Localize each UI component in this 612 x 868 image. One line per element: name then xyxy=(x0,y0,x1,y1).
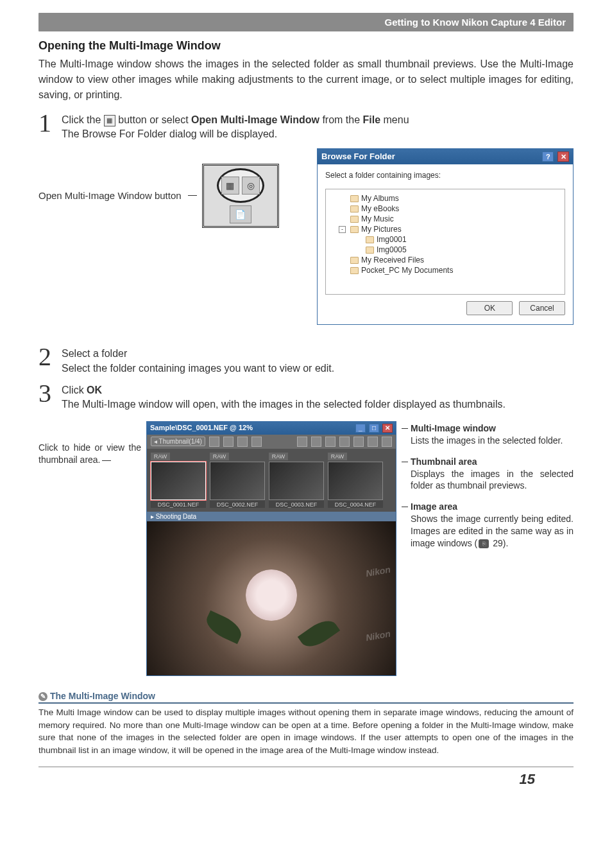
calendar-icon[interactable] xyxy=(297,437,307,447)
minimize-button[interactable]: _ xyxy=(355,424,366,433)
ok-button[interactable]: OK xyxy=(466,301,513,315)
cancel-button[interactable]: Cancel xyxy=(519,301,565,315)
camera-toolbar-button[interactable]: ◎ xyxy=(242,177,260,195)
step-2-number: 2 xyxy=(38,344,56,370)
page-link-icon: ⎘ xyxy=(479,539,489,548)
multi-image-toolbar-button[interactable]: ▦ xyxy=(221,177,239,195)
pencil-icon: ✎ xyxy=(38,692,47,701)
folder-icon xyxy=(350,205,359,213)
tree-item[interactable]: My Received Files xyxy=(328,255,562,265)
thumbnail-image xyxy=(210,462,265,500)
tip-heading: ✎The Multi-Image Window xyxy=(38,691,574,704)
intro-paragraph: The Multi-Image window shows the images … xyxy=(38,56,574,103)
callout-line xyxy=(188,195,197,196)
image-area: Nikon Nikon xyxy=(147,521,396,675)
zoom-fit-icon[interactable] xyxy=(339,437,350,447)
step-3-bold: OK xyxy=(87,385,102,395)
tree-item-label: Img0001 xyxy=(377,235,407,244)
dialog-title: Browse For Folder xyxy=(321,152,395,162)
zoom-in-icon[interactable] xyxy=(353,437,364,447)
multi-image-figure: Click to hide or view the thumbnail area… xyxy=(38,421,574,676)
delete-icon[interactable] xyxy=(251,437,262,447)
section-heading: Opening the Multi-Image Window xyxy=(38,39,574,53)
thumbnail[interactable]: RAW DSC_0002.NEF xyxy=(210,453,265,508)
thumbnail[interactable]: RAW DSC_0004.NEF xyxy=(328,453,383,508)
shooting-data-bar[interactable]: ▸ Shooting Data xyxy=(147,512,396,521)
tree-collapse-icon[interactable]: - xyxy=(339,226,346,233)
folder-icon xyxy=(350,267,359,274)
folder-icon xyxy=(366,247,374,254)
step-1-title-mid2: from the xyxy=(319,114,363,125)
tree-item[interactable]: My Albums xyxy=(328,193,562,204)
thumbnail-name: DSC_0003.NEF xyxy=(269,500,324,508)
prev-icon[interactable] xyxy=(223,437,234,447)
maximize-button[interactable]: □ xyxy=(369,424,379,433)
folder-icon xyxy=(350,216,359,223)
callout-line xyxy=(102,460,111,461)
mi-titlebar: Sample\DSC_0001.NEF @ 12% _ □ ✕ xyxy=(147,422,396,435)
thumbnail[interactable]: RAW DSC_0001.NEF xyxy=(151,453,206,508)
dialog-instruction: Select a folder containing images: xyxy=(325,171,565,180)
step-3-desc: The Multi-Image window will open, with t… xyxy=(62,397,574,412)
page-number: 15 xyxy=(38,767,574,788)
tree-item-label: My Pictures xyxy=(361,225,402,234)
tree-item[interactable]: Img0001 xyxy=(328,234,562,245)
tree-item-label: My eBooks xyxy=(361,204,399,213)
thumbnail-name: DSC_0001.NEF xyxy=(151,500,206,508)
folder-icon xyxy=(350,257,359,264)
thumbnail-image xyxy=(151,462,206,500)
next-icon[interactable] xyxy=(237,437,248,447)
thumbnail-image xyxy=(328,462,383,500)
tip-section: ✎The Multi-Image Window The Multi Image … xyxy=(38,690,574,757)
multi-image-window: Sample\DSC_0001.NEF @ 12% _ □ ✕ ◂ Thumbn… xyxy=(146,421,396,676)
step-2: 2 Select a folder Select the folder cont… xyxy=(38,344,574,376)
step-2-desc: Select the folder containing images you … xyxy=(62,361,574,376)
step-2-title: Select a folder xyxy=(62,347,574,361)
raw-badge: RAW xyxy=(151,453,170,460)
close-button[interactable]: ✕ xyxy=(382,424,393,433)
info-icon[interactable] xyxy=(382,437,392,447)
thumbnail-toggle-button[interactable]: ◂ Thumbnail(1/4) xyxy=(151,437,205,446)
annotation-multi-image-window: Multi-Image window Lists the images in t… xyxy=(402,422,574,447)
step-3-title-pre: Click xyxy=(62,385,87,395)
annotation-title: Image area xyxy=(411,501,574,513)
tip-body: The Multi Image window can be used to di… xyxy=(38,706,574,756)
step-1-title-mid: button or select xyxy=(115,114,191,125)
step-1-bold1: Open Multi-Image Window xyxy=(191,114,319,125)
tree-item[interactable]: Pocket_PC My Documents xyxy=(328,265,562,275)
tree-item-label: Img0005 xyxy=(377,245,407,254)
step-3-number: 3 xyxy=(38,381,56,406)
step-1-number: 1 xyxy=(38,110,56,136)
annotation-desc: Shows the image currently being edited. … xyxy=(411,513,574,550)
annotation-thumbnail-area: Thumbnail area Displays the images in th… xyxy=(402,456,574,492)
shooting-data-label: Shooting Data xyxy=(156,513,196,520)
crop-icon[interactable] xyxy=(311,437,321,447)
folder-tree[interactable]: My Albums My eBooks My Music -My Picture… xyxy=(325,189,565,295)
page-header-bar: Getting to Know Nikon Capture 4 Editor xyxy=(38,13,574,31)
nikon-watermark: Nikon xyxy=(365,629,391,643)
thumbnail[interactable]: RAW DSC_0003.NEF xyxy=(269,453,324,508)
flower-shape xyxy=(226,563,316,640)
step-1-bold2: File xyxy=(363,114,381,125)
raw-badge: RAW xyxy=(210,453,229,460)
raw-badge: RAW xyxy=(328,453,347,460)
fullscreen-icon[interactable] xyxy=(368,437,378,447)
thumbnail-name: DSC_0002.NEF xyxy=(210,500,265,508)
tree-item-label: My Music xyxy=(361,214,394,223)
nikon-watermark: Nikon xyxy=(365,564,391,579)
browser-toolbar-button[interactable]: 📄 xyxy=(230,205,251,223)
figure-row-1: Open Multi-Image Window button ▦ ◎ 📄 Bro… xyxy=(38,148,574,326)
tree-item[interactable]: My eBooks xyxy=(328,204,562,214)
open-multi-image-button-label: Open Multi-Image Window button xyxy=(38,189,182,202)
help-button[interactable]: ? xyxy=(542,152,554,162)
tree-item[interactable]: -My Pictures xyxy=(328,224,562,234)
save-icon[interactable] xyxy=(209,437,219,447)
browse-for-folder-dialog: Browse For Folder ? ✕ Select a folder co… xyxy=(317,148,574,326)
tree-item[interactable]: Img0005 xyxy=(328,245,562,255)
zoom-out-icon[interactable] xyxy=(325,437,336,447)
tip-heading-text: The Multi-Image Window xyxy=(50,691,155,701)
multi-image-icon: ▦ xyxy=(104,115,115,126)
tree-item[interactable]: My Music xyxy=(328,214,562,224)
close-button[interactable]: ✕ xyxy=(557,152,569,162)
thumbnail-image xyxy=(269,462,324,500)
